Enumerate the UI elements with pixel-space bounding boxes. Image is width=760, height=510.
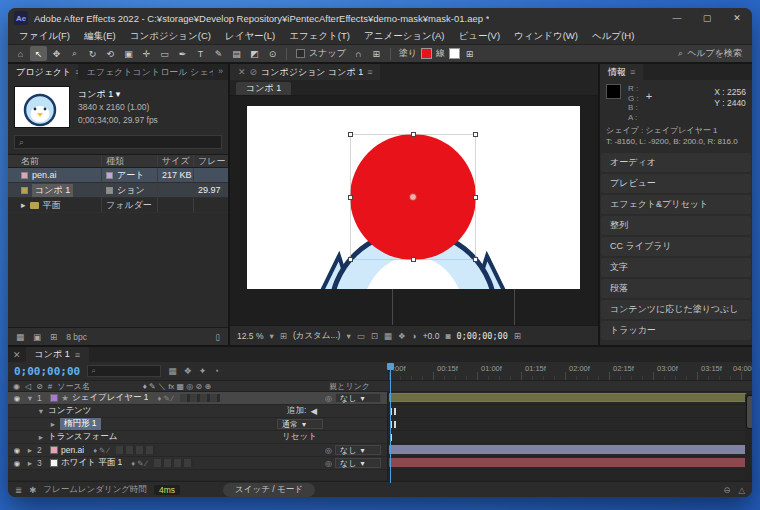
layer-name[interactable]: ホワイト 平面 1	[61, 457, 122, 469]
snapshot-camera-icon[interactable]: ◙	[445, 331, 450, 341]
selection-tool-button[interactable]: ↖	[30, 46, 47, 61]
viewer-timecode[interactable]: 0;00;00;00	[457, 331, 508, 341]
layer-duration-lane[interactable]	[388, 444, 752, 457]
fill-label[interactable]: 塗り	[399, 47, 417, 60]
layer-name[interactable]: pen.ai	[61, 445, 84, 455]
fill-color-swatch[interactable]	[421, 48, 432, 59]
stroke-width-icon[interactable]: ⊞	[461, 46, 478, 61]
eraser-tool-button[interactable]: ◩	[246, 46, 263, 61]
property-lane[interactable]	[388, 418, 752, 431]
fast-previews-icon[interactable]: ✱	[29, 485, 36, 495]
project-search-field[interactable]: ⌕	[14, 135, 222, 149]
composition-mini-flowchart-icon[interactable]: ▦	[168, 366, 177, 376]
layer-duration-lane[interactable]	[388, 457, 752, 470]
twirl-right-icon[interactable]: ▸	[21, 200, 26, 210]
twirl-right-icon[interactable]: ▸	[26, 445, 34, 455]
property-lane[interactable]	[388, 431, 752, 444]
time-ruler[interactable]: :00f 00:15f 01:00f 01:15f 02:00f 02:15f …	[388, 362, 752, 380]
layer-switches[interactable]	[154, 459, 194, 467]
layer-switches[interactable]	[116, 446, 156, 454]
new-folder-icon[interactable]: ▣	[33, 332, 41, 342]
close-button[interactable]: ✕	[722, 8, 752, 28]
tab-project[interactable]: プロジェクト ≡	[8, 64, 78, 80]
selection-handle[interactable]	[473, 257, 478, 262]
solid-layer-duration-bar[interactable]	[389, 458, 747, 467]
layer-duration-lane[interactable]	[388, 392, 752, 405]
titlebar[interactable]: Ae Adobe After Effects 2022 - C:¥storage…	[8, 8, 752, 28]
current-timecode[interactable]: 0;00;00;00	[14, 365, 80, 378]
layer-color-swatch[interactable]	[50, 394, 58, 402]
layer-color-swatch[interactable]	[50, 446, 58, 454]
property-row-contents[interactable]: ▾ コンテンツ 追加: ◀	[8, 405, 752, 418]
add-property-label[interactable]: 追加:	[287, 405, 306, 417]
panel-character[interactable]: 文字	[601, 258, 751, 277]
zoom-select[interactable]: 12.5 %	[237, 331, 263, 341]
transparency-grid-icon[interactable]: ▦	[384, 331, 392, 341]
resolution-select[interactable]: (カスタム...)	[293, 330, 341, 342]
label-color-swatch[interactable]	[21, 172, 28, 179]
penai-layer-duration-bar[interactable]	[389, 445, 747, 454]
project-item-penai[interactable]: pen.ai アート 217 KB	[8, 168, 228, 183]
composition-viewport[interactable]	[230, 95, 598, 325]
chevron-down-icon[interactable]: ▾	[269, 331, 273, 341]
grid-guides-icon[interactable]: ⊞	[280, 331, 287, 341]
selection-handle[interactable]	[348, 257, 353, 262]
project-item-comp1[interactable]: コンポ 1 ション 29.97	[8, 183, 228, 198]
twirl-down-icon[interactable]: ▾	[11, 406, 45, 416]
snap-checkbox[interactable]	[296, 49, 305, 58]
hand-tool-button[interactable]: ✥	[48, 46, 65, 61]
menu-animation[interactable]: アニメーション(A)	[357, 30, 452, 43]
switches-modes-toggle[interactable]: スイッチ / モード	[223, 483, 315, 497]
render-queue-icon[interactable]: ≣	[15, 485, 22, 495]
type-tool-button[interactable]: T	[192, 46, 209, 61]
layer-switch-icons[interactable]: ♦ ✎ ∕	[131, 459, 147, 468]
menu-composition[interactable]: コンポジション(C)	[123, 30, 218, 43]
column-framerate[interactable]: フレー	[194, 155, 228, 167]
column-size[interactable]: サイズ	[158, 155, 194, 167]
group-label[interactable]: コンテンツ	[48, 405, 92, 417]
minimize-button[interactable]: —	[662, 8, 692, 28]
trash-icon[interactable]: ▯	[215, 332, 220, 342]
property-row-ellipse[interactable]: ▸ 楕円形 1 通常 ▾	[8, 418, 752, 431]
project-bit-depth[interactable]: 8 bpc	[66, 332, 87, 342]
scrollbar-thumb[interactable]	[746, 395, 752, 429]
visibility-eye-icon[interactable]: ◉	[11, 459, 23, 468]
column-name[interactable]: 名前	[8, 155, 102, 167]
source-name-column[interactable]: ソース名	[57, 381, 89, 392]
menu-edit[interactable]: 編集(E)	[77, 30, 123, 43]
stroke-color-swatch[interactable]	[449, 48, 460, 59]
draft-3d-icon[interactable]: ❖	[184, 366, 192, 376]
selection-handle[interactable]	[348, 132, 353, 137]
twirl-right-icon[interactable]: ▸	[26, 458, 34, 468]
lock-column-icon[interactable]: ⊘	[36, 382, 43, 391]
panel-menu-icon[interactable]: ≡	[75, 350, 80, 360]
layer-row-shape[interactable]: ◉ ▾ 1 ★ シェイプレイヤー 1 ♦ ✎ ∕ ◎ なし ▾	[8, 392, 752, 405]
close-icon[interactable]: ✕	[13, 350, 21, 360]
layer-switch-icons[interactable]: ♦ ✎ ∕	[157, 394, 173, 403]
menu-layer[interactable]: レイヤー(L)	[218, 30, 282, 43]
tab-info[interactable]: 情報 ≡	[600, 64, 643, 80]
panel-preview[interactable]: プレビュー	[601, 174, 751, 193]
pickwhip-icon[interactable]: ◎	[325, 446, 332, 455]
grid-options-icon[interactable]: ⊞	[368, 46, 385, 61]
zoom-out-icon[interactable]: ⊖	[723, 485, 730, 495]
playhead[interactable]	[390, 363, 391, 483]
selection-handle[interactable]	[411, 132, 416, 137]
composition-canvas[interactable]	[247, 106, 580, 289]
menu-help[interactable]: ヘルプ(H)	[585, 30, 641, 43]
property-lane[interactable]	[388, 405, 752, 418]
shape-layer-duration-bar[interactable]	[389, 393, 747, 402]
layer-name[interactable]: シェイプレイヤー 1	[72, 392, 148, 404]
chevron-down-icon[interactable]: ▾	[116, 89, 121, 99]
switches-column-icons[interactable]: ♦ ✎ ＼ fx ▦ ◎ ⊘ ⊕	[143, 381, 212, 392]
tab-composition[interactable]: ✕ ⊘ コンポジション コンポ 1 ≡	[230, 64, 380, 80]
visibility-eye-icon[interactable]: ◉	[11, 446, 23, 455]
more-tabs-icon[interactable]: »	[213, 64, 228, 80]
layer-row-penai[interactable]: ◉ ▸ 2 pen.ai ♦ ✎ ∕ ◎ なし ▾	[8, 444, 752, 457]
selection-handle[interactable]	[348, 195, 353, 200]
transform-label[interactable]: トランスフォーム	[48, 431, 117, 443]
layer-color-swatch[interactable]	[50, 459, 58, 467]
pickwhip-icon[interactable]: ◎	[325, 459, 332, 468]
label-color-swatch[interactable]	[21, 187, 28, 194]
selection-handle[interactable]	[473, 195, 478, 200]
